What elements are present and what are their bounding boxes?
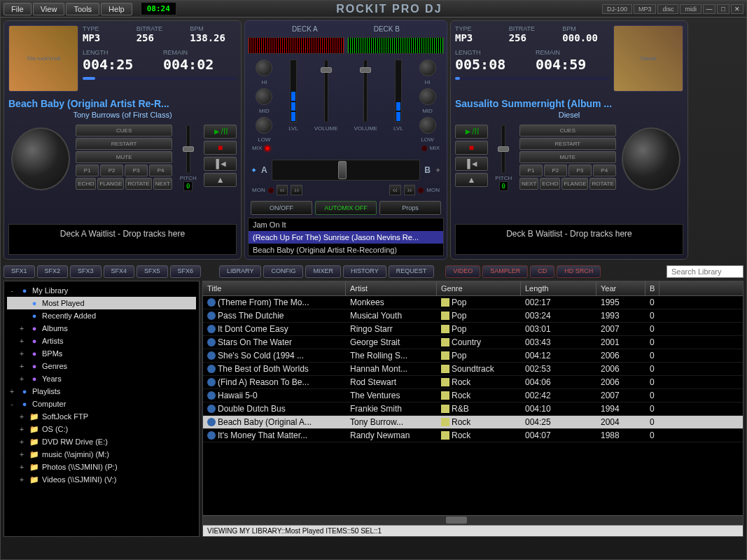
menu-file[interactable]: File: [4, 3, 32, 15]
tree-item[interactable]: +📁SoftJock FTP: [7, 410, 196, 423]
tab-button[interactable]: CD: [530, 265, 554, 278]
maximize-button[interactable]: □: [717, 4, 729, 14]
eq-a-hi-knob[interactable]: [256, 59, 272, 76]
p4-button[interactable]: P4: [149, 164, 172, 176]
col-title[interactable]: Title: [203, 281, 346, 295]
sfx-button[interactable]: SFX3: [70, 265, 102, 278]
minimize-button[interactable]: —: [703, 4, 715, 14]
tree-item[interactable]: +●Artists: [7, 335, 196, 347]
rew-b[interactable]: ‹‹: [389, 185, 401, 195]
sfx-button[interactable]: SFX5: [137, 265, 168, 278]
tree-item[interactable]: +●Playlists: [7, 385, 196, 398]
next-button[interactable]: NEXT: [153, 178, 172, 190]
tree-item[interactable]: +●Genres: [7, 360, 196, 372]
eq-b-mid-knob[interactable]: [419, 88, 436, 105]
tree-item[interactable]: +📁Photos (\\SJMINI) (P:): [7, 461, 196, 473]
tree-item[interactable]: +📁Videos (\\SJMINI) (V:): [7, 473, 196, 486]
rotate-button[interactable]: ROTATE: [589, 178, 615, 190]
p4-button[interactable]: P4: [593, 164, 616, 176]
table-body[interactable]: (Theme From) The Mo...MonkeesPop002:1719…: [203, 296, 743, 515]
p2-button[interactable]: P2: [544, 164, 567, 176]
queue-item[interactable]: Beach Baby (Original Artist Re-Recording…: [249, 244, 443, 256]
deck-b-progress[interactable]: [455, 77, 609, 80]
tab-button[interactable]: CONFIG: [263, 265, 303, 278]
col-year[interactable]: Year: [596, 281, 645, 295]
deck-b-play-button[interactable]: ►/II: [455, 125, 488, 139]
eq-b-hi-knob[interactable]: [419, 59, 436, 76]
table-row[interactable]: Hawaii 5-0The VenturesRock002:4220070: [203, 389, 743, 402]
library-tree[interactable]: -●My Library●Most Played●Recently Added+…: [4, 281, 200, 537]
sfx-button[interactable]: SFX2: [37, 265, 69, 278]
table-row[interactable]: It Dont Come EasyRingo StarrPop003:01200…: [203, 323, 743, 336]
tree-item[interactable]: ●Recently Added: [7, 309, 196, 322]
deck-a-eject-button[interactable]: ▲: [204, 173, 237, 187]
tab-button[interactable]: SAMPLER: [482, 265, 528, 278]
p1-button[interactable]: P1: [519, 164, 543, 176]
cues-button[interactable]: CUES: [519, 125, 616, 136]
deck-a-stop-button[interactable]: ■: [204, 141, 237, 155]
table-row[interactable]: The Best of Both WorldsHannah Mont...Sou…: [203, 363, 743, 376]
flange-button[interactable]: FLANGE: [97, 178, 124, 190]
deck-a-pitch-slider[interactable]: [186, 125, 190, 174]
tree-item[interactable]: ●Most Played: [7, 297, 196, 309]
table-row[interactable]: She's So Cold (1994 ...The Rolling S...P…: [203, 349, 743, 363]
queue-item[interactable]: (Reach Up For The) Sunrise (Jason Nevins…: [249, 231, 443, 244]
eq-a-low-knob[interactable]: [256, 117, 272, 134]
automix-queue[interactable]: Jam On It (Reach Up For The) Sunrise (Ja…: [248, 218, 444, 256]
eq-b-low-knob[interactable]: [419, 117, 436, 134]
close-button[interactable]: ✕: [731, 4, 743, 14]
search-input[interactable]: [666, 265, 743, 278]
tab-button[interactable]: REQUEST: [389, 265, 435, 278]
table-row[interactable]: Stars On The WaterGeorge StraitCountry00…: [203, 336, 743, 349]
col-b[interactable]: B: [645, 281, 659, 295]
deck-a-progress[interactable]: [83, 77, 237, 80]
menu-tools[interactable]: Tools: [66, 3, 99, 15]
eq-a-mid-knob[interactable]: [256, 88, 272, 105]
restart-button[interactable]: RESTART: [76, 138, 172, 150]
table-row[interactable]: (Find A) Reason To Be...Rod StewartRock0…: [203, 376, 743, 389]
tree-item[interactable]: +📁music (\\sjmini) (M:): [7, 448, 196, 461]
deck-b-cue-button[interactable]: ▐◄: [455, 157, 488, 171]
volume-b-slider[interactable]: [363, 59, 368, 122]
automix-status-button[interactable]: AUTOMIX OFF: [315, 201, 377, 215]
tree-item[interactable]: +📁OS (C:): [7, 423, 196, 435]
tab-button[interactable]: LIBRARY: [219, 265, 261, 278]
tree-item[interactable]: +●Years: [7, 372, 196, 385]
deck-b-jogwheel[interactable]: [622, 127, 680, 190]
queue-item[interactable]: Jam On It: [249, 218, 443, 231]
sfx-button[interactable]: SFX6: [170, 265, 202, 278]
table-row[interactable]: Double Dutch BusFrankie SmithR&B004:1019…: [203, 402, 743, 416]
fwd-a[interactable]: ››: [291, 185, 302, 195]
deck-a-waitlist[interactable]: Deck A Waitlist - Drop tracks here: [8, 224, 237, 255]
tree-item[interactable]: +📁DVD RW Drive (E:): [7, 435, 196, 448]
p3-button[interactable]: P3: [125, 164, 148, 176]
table-row[interactable]: Pass The DutchieMusical YouthPop003:2419…: [203, 309, 743, 323]
table-row[interactable]: It's Money That Matter...Randy NewmanRoc…: [203, 429, 743, 442]
tree-item[interactable]: -●Computer: [7, 398, 196, 410]
sfx-button[interactable]: SFX4: [104, 265, 135, 278]
deck-a-jogwheel[interactable]: [11, 127, 70, 190]
mute-button[interactable]: MUTE: [76, 151, 172, 163]
col-artist[interactable]: Artist: [346, 281, 437, 295]
tab-button[interactable]: HD SRCH: [557, 265, 601, 278]
table-row[interactable]: (Theme From) The Mo...MonkeesPop002:1719…: [203, 296, 743, 309]
deck-b-pitch-slider[interactable]: [501, 125, 505, 174]
rew-a[interactable]: ‹‹: [277, 185, 288, 195]
tab-button[interactable]: HISTORY: [343, 265, 386, 278]
fwd-b[interactable]: ››: [404, 185, 416, 195]
deck-b-stop-button[interactable]: ■: [455, 141, 488, 155]
flange-button[interactable]: FLANGE: [561, 178, 588, 190]
automix-onoff-button[interactable]: ON/OFF: [251, 201, 312, 215]
restart-button[interactable]: RESTART: [519, 138, 616, 150]
cues-button[interactable]: CUES: [76, 125, 172, 136]
tab-button[interactable]: VIDEO: [445, 265, 480, 278]
deck-b-waitlist[interactable]: Deck B Waitlist - Drop tracks here: [455, 224, 683, 255]
echo-button[interactable]: ECHO: [76, 178, 96, 190]
tree-item[interactable]: -●My Library: [7, 284, 196, 297]
next-button[interactable]: NEXT: [519, 178, 538, 190]
tab-button[interactable]: MIXER: [305, 265, 341, 278]
sfx-button[interactable]: SFX1: [4, 265, 35, 278]
deck-a-play-button[interactable]: ►/II: [204, 125, 237, 139]
p2-button[interactable]: P2: [100, 164, 123, 176]
menu-view[interactable]: View: [33, 3, 65, 15]
